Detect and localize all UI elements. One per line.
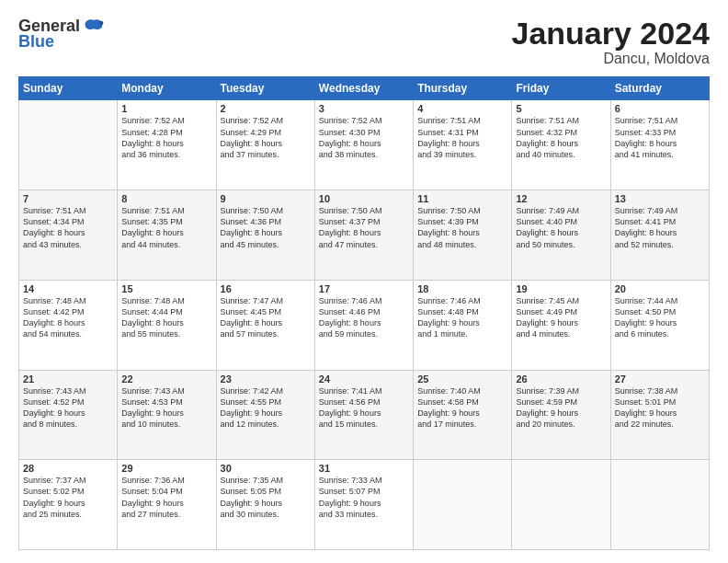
- calendar-cell: 21Sunrise: 7:43 AM Sunset: 4:52 PM Dayli…: [19, 370, 118, 460]
- calendar-cell: 15Sunrise: 7:48 AM Sunset: 4:44 PM Dayli…: [118, 280, 216, 370]
- day-number: 25: [417, 373, 507, 385]
- day-number: 19: [516, 283, 606, 294]
- day-info: Sunrise: 7:39 AM Sunset: 4:59 PM Dayligh…: [516, 385, 606, 431]
- calendar-cell: 26Sunrise: 7:39 AM Sunset: 4:59 PM Dayli…: [512, 370, 610, 460]
- calendar-week-row: 28Sunrise: 7:37 AM Sunset: 5:02 PM Dayli…: [19, 460, 710, 550]
- calendar-week-row: 14Sunrise: 7:48 AM Sunset: 4:42 PM Dayli…: [19, 280, 710, 370]
- calendar-table: Sunday Monday Tuesday Wednesday Thursday…: [18, 76, 710, 550]
- day-number: 21: [23, 373, 113, 385]
- day-number: 16: [221, 283, 311, 294]
- calendar-cell: 12Sunrise: 7:49 AM Sunset: 4:40 PM Dayli…: [512, 190, 610, 281]
- day-number: 11: [417, 193, 507, 204]
- day-number: 9: [221, 193, 311, 204]
- day-info: Sunrise: 7:38 AM Sunset: 5:01 PM Dayligh…: [615, 385, 705, 431]
- day-info: Sunrise: 7:45 AM Sunset: 4:49 PM Dayligh…: [516, 295, 606, 340]
- calendar-cell: 31Sunrise: 7:33 AM Sunset: 5:07 PM Dayli…: [314, 460, 413, 550]
- day-info: Sunrise: 7:51 AM Sunset: 4:34 PM Dayligh…: [23, 205, 113, 250]
- calendar-cell: 6Sunrise: 7:51 AM Sunset: 4:33 PM Daylig…: [610, 100, 709, 190]
- calendar-cell: 24Sunrise: 7:41 AM Sunset: 4:56 PM Dayli…: [314, 370, 413, 460]
- col-saturday: Saturday: [610, 77, 709, 100]
- day-info: Sunrise: 7:50 AM Sunset: 4:37 PM Dayligh…: [319, 205, 409, 250]
- day-number: 30: [221, 463, 311, 474]
- col-sunday: Sunday: [19, 77, 118, 100]
- col-tuesday: Tuesday: [216, 77, 314, 100]
- calendar-cell: 25Sunrise: 7:40 AM Sunset: 4:58 PM Dayli…: [414, 370, 512, 460]
- day-info: Sunrise: 7:43 AM Sunset: 4:52 PM Dayligh…: [23, 385, 113, 431]
- calendar-cell: [19, 100, 118, 190]
- calendar-cell: [414, 460, 512, 550]
- day-info: Sunrise: 7:51 AM Sunset: 4:31 PM Dayligh…: [417, 115, 507, 160]
- logo-bird-icon: [84, 18, 104, 35]
- calendar-cell: 10Sunrise: 7:50 AM Sunset: 4:37 PM Dayli…: [314, 190, 413, 281]
- col-monday: Monday: [118, 77, 216, 100]
- day-info: Sunrise: 7:36 AM Sunset: 5:04 PM Dayligh…: [121, 475, 211, 520]
- calendar-cell: 9Sunrise: 7:50 AM Sunset: 4:36 PM Daylig…: [216, 190, 314, 281]
- calendar-cell: 7Sunrise: 7:51 AM Sunset: 4:34 PM Daylig…: [19, 190, 118, 281]
- calendar-cell: 8Sunrise: 7:51 AM Sunset: 4:35 PM Daylig…: [118, 190, 216, 281]
- day-number: 8: [121, 193, 211, 204]
- header: General Blue January 2024 Dancu, Moldova: [18, 17, 710, 67]
- day-number: 20: [615, 283, 705, 294]
- day-number: 29: [121, 463, 211, 474]
- day-number: 2: [221, 103, 311, 114]
- day-info: Sunrise: 7:51 AM Sunset: 4:32 PM Dayligh…: [516, 115, 606, 160]
- day-info: Sunrise: 7:40 AM Sunset: 4:58 PM Dayligh…: [417, 385, 507, 431]
- calendar-week-row: 21Sunrise: 7:43 AM Sunset: 4:52 PM Dayli…: [19, 370, 710, 460]
- day-number: 28: [23, 463, 113, 474]
- day-number: 15: [121, 283, 211, 294]
- day-info: Sunrise: 7:49 AM Sunset: 4:41 PM Dayligh…: [615, 205, 705, 250]
- col-wednesday: Wednesday: [314, 77, 413, 100]
- calendar-cell: 2Sunrise: 7:52 AM Sunset: 4:29 PM Daylig…: [216, 100, 314, 190]
- day-info: Sunrise: 7:52 AM Sunset: 4:30 PM Dayligh…: [319, 115, 409, 160]
- calendar-cell: 3Sunrise: 7:52 AM Sunset: 4:30 PM Daylig…: [314, 100, 413, 190]
- calendar-cell: 18Sunrise: 7:46 AM Sunset: 4:48 PM Dayli…: [414, 280, 512, 370]
- page: General Blue January 2024 Dancu, Moldova…: [0, 0, 728, 563]
- logo-blue: Blue: [18, 32, 54, 52]
- day-number: 23: [221, 373, 311, 385]
- day-number: 5: [516, 103, 606, 114]
- calendar-cell: 4Sunrise: 7:51 AM Sunset: 4:31 PM Daylig…: [414, 100, 512, 190]
- day-info: Sunrise: 7:43 AM Sunset: 4:53 PM Dayligh…: [121, 385, 211, 431]
- day-number: 27: [615, 373, 705, 385]
- day-info: Sunrise: 7:41 AM Sunset: 4:56 PM Dayligh…: [319, 385, 409, 431]
- day-number: 12: [516, 193, 606, 204]
- calendar-cell: 14Sunrise: 7:48 AM Sunset: 4:42 PM Dayli…: [19, 280, 118, 370]
- day-number: 6: [615, 103, 705, 114]
- day-info: Sunrise: 7:52 AM Sunset: 4:28 PM Dayligh…: [121, 115, 211, 160]
- title-section: January 2024 Dancu, Moldova: [512, 17, 711, 67]
- day-number: 26: [516, 373, 606, 385]
- day-info: Sunrise: 7:48 AM Sunset: 4:44 PM Dayligh…: [121, 295, 211, 340]
- day-info: Sunrise: 7:46 AM Sunset: 4:46 PM Dayligh…: [319, 295, 409, 340]
- col-thursday: Thursday: [414, 77, 512, 100]
- day-number: 31: [319, 463, 409, 474]
- calendar-cell: 16Sunrise: 7:47 AM Sunset: 4:45 PM Dayli…: [216, 280, 314, 370]
- col-friday: Friday: [512, 77, 610, 100]
- calendar-week-row: 7Sunrise: 7:51 AM Sunset: 4:34 PM Daylig…: [19, 190, 710, 281]
- calendar-cell: [512, 460, 610, 550]
- day-number: 7: [23, 193, 113, 204]
- calendar-cell: 27Sunrise: 7:38 AM Sunset: 5:01 PM Dayli…: [610, 370, 709, 460]
- calendar-cell: 11Sunrise: 7:50 AM Sunset: 4:39 PM Dayli…: [414, 190, 512, 281]
- calendar-cell: 29Sunrise: 7:36 AM Sunset: 5:04 PM Dayli…: [118, 460, 216, 550]
- day-number: 10: [319, 193, 409, 204]
- day-info: Sunrise: 7:37 AM Sunset: 5:02 PM Dayligh…: [23, 475, 113, 520]
- day-number: 22: [121, 373, 211, 385]
- calendar-cell: 23Sunrise: 7:42 AM Sunset: 4:55 PM Dayli…: [216, 370, 314, 460]
- calendar-cell: 17Sunrise: 7:46 AM Sunset: 4:46 PM Dayli…: [314, 280, 413, 370]
- day-number: 3: [319, 103, 409, 114]
- day-info: Sunrise: 7:48 AM Sunset: 4:42 PM Dayligh…: [23, 295, 113, 340]
- day-info: Sunrise: 7:35 AM Sunset: 5:05 PM Dayligh…: [221, 475, 311, 520]
- day-number: 18: [417, 283, 507, 294]
- calendar-cell: 30Sunrise: 7:35 AM Sunset: 5:05 PM Dayli…: [216, 460, 314, 550]
- day-info: Sunrise: 7:52 AM Sunset: 4:29 PM Dayligh…: [221, 115, 311, 160]
- location: Dancu, Moldova: [512, 51, 711, 67]
- day-number: 1: [121, 103, 211, 114]
- day-info: Sunrise: 7:50 AM Sunset: 4:36 PM Dayligh…: [221, 205, 311, 250]
- calendar-cell: 19Sunrise: 7:45 AM Sunset: 4:49 PM Dayli…: [512, 280, 610, 370]
- day-info: Sunrise: 7:51 AM Sunset: 4:35 PM Dayligh…: [121, 205, 211, 250]
- day-info: Sunrise: 7:50 AM Sunset: 4:39 PM Dayligh…: [417, 205, 507, 250]
- calendar-cell: 13Sunrise: 7:49 AM Sunset: 4:41 PM Dayli…: [610, 190, 709, 281]
- day-number: 14: [23, 283, 113, 294]
- day-number: 4: [417, 103, 507, 114]
- day-info: Sunrise: 7:46 AM Sunset: 4:48 PM Dayligh…: [417, 295, 507, 340]
